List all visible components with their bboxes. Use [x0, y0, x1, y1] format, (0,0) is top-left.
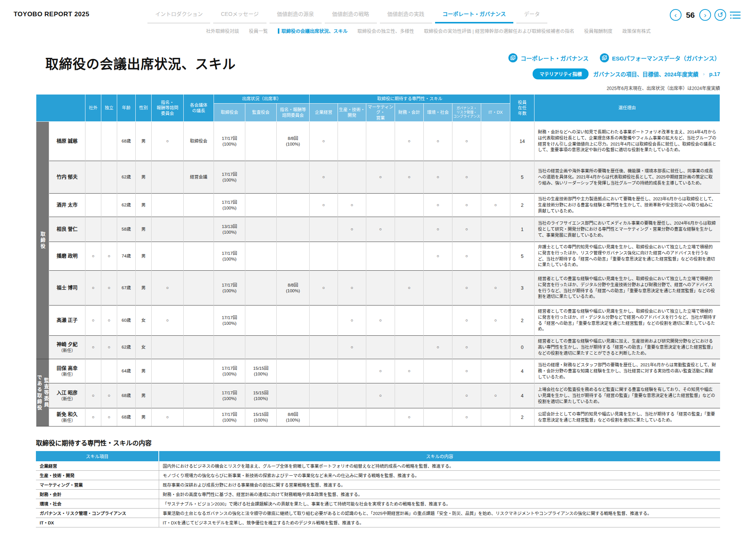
tab-1[interactable]: CEOメッセージ — [213, 8, 266, 23]
cell-attendance-board: 17/17回 (100%) — [214, 194, 245, 217]
cell-attendance-nomination — [277, 359, 310, 383]
subnav-item-5[interactable]: 役員報酬制度 — [584, 27, 612, 34]
cell-attendance-nomination: 8/8回 (100%) — [277, 122, 310, 161]
cell-skill-itdx — [481, 408, 510, 426]
group-label-1: 監査等委員 である取締役 — [36, 359, 49, 426]
cell-director-name: 田保 高幸（新任） — [49, 359, 85, 383]
link-esg-performance-data[interactable]: ESGパフォーマンスデータ（ガバナンス） — [600, 53, 720, 62]
cell-committee-member — [152, 194, 184, 217]
cell-attendance-audit — [245, 161, 277, 194]
director-name: 竹内 郁夫 — [57, 174, 78, 180]
cell-skill-production: ○ — [338, 336, 366, 359]
prev-page-button[interactable]: ‹ — [670, 9, 682, 21]
cell-selection-reason: 当社の経営企画や海外事業所の要職を歴任後、機能膜・環境本部長に就任し、同事業の成… — [534, 161, 720, 194]
skills-row: IT・DXIT・DXを通じてビジネスモデルを変革し、競争優位を確立するためのデジ… — [36, 518, 720, 527]
subnav-item-label: 社外取締役対談 — [206, 27, 239, 34]
cell-skill-governance: ○ — [452, 161, 481, 194]
cell-selection-reason: 経営者としての豊富な経験や幅広い見識に加え、生産技術および研究開発分野などにおけ… — [534, 336, 720, 359]
cell-skill-finance: ○ — [395, 271, 424, 305]
header-age: 年齢 — [117, 95, 136, 122]
cell-skill-finance — [395, 242, 424, 271]
cell-skill-governance: ○ — [452, 336, 481, 359]
pager: ‹ 56 › ↺ — [670, 8, 741, 21]
materiality-link[interactable]: ガバナンスの項目、目標値、2024年度実績 — [593, 70, 698, 78]
page-title: 取締役の会議出席状況、スキル — [45, 53, 236, 73]
skills-row: マーケティング・営業既存事業の深耕および成長分野における事業機会の創出に関する営… — [36, 480, 720, 490]
cell-skill-production — [338, 242, 366, 271]
subnav-item-2[interactable]: 取締役の会議出席状況、スキル — [278, 27, 348, 34]
director-name: 新免 和久 — [57, 411, 78, 417]
cell-independent: ○ — [101, 242, 117, 271]
subnav-item-6[interactable]: 政策保有株式 — [622, 27, 651, 34]
header-attendance-group: 出席状況（出席率） — [214, 95, 310, 104]
subnav-item-3[interactable]: 取締役会の独立性、多様性 — [358, 27, 414, 34]
cell-attendance-nomination — [277, 161, 310, 194]
cell-skill-marketing — [366, 271, 395, 305]
cell-attendance-audit — [245, 122, 277, 161]
cell-director-name: 髙瀨 正子 — [49, 305, 85, 336]
subnav-item-4[interactable]: 取締役会の実効性評価 | 経営陣幹部の選解任および取締役候補者の指名 — [424, 27, 575, 34]
link-label: コーポレート・ガバナンス — [521, 54, 589, 62]
skills-tbody: 企業経営国内外におけるビジネスの機会とリスクを踏まえ、グループ全体を俯瞰して事業… — [36, 461, 720, 527]
cell-skill-environment: ○ — [424, 194, 452, 217]
director-name: 田保 高幸 — [57, 365, 78, 371]
cell-years-in-office: 4 — [510, 383, 534, 408]
cell-attendance-board: 17/17回 (100%) — [214, 242, 245, 271]
director-name: 入江 昭彦 — [57, 390, 78, 395]
cell-selection-reason: 上場会社などの監査役を務めるなど監査に関する豊富な経験を有しており、その知見や幅… — [534, 383, 720, 408]
toc-list-icon[interactable] — [730, 11, 741, 20]
cell-selection-reason: 公認会計士としての専門的知見や幅広い見識を生かし、当社が期待する「経営の監査」「… — [534, 408, 720, 426]
cell-director-name: 楢原 誠慈 — [49, 122, 85, 161]
subnav-item-1[interactable]: 役員一覧 — [249, 27, 268, 34]
cell-skill-itdx — [481, 242, 510, 271]
director-name: 酒井 太市 — [57, 202, 78, 208]
materiality-badge: マテリアリティ指標 — [533, 68, 589, 79]
header-skill-itdx: IT・DX — [481, 104, 510, 122]
skills-header-item: スキル項目 — [36, 451, 159, 461]
cell-skill-environment: ○ — [424, 161, 452, 194]
cell-skill-itdx — [481, 122, 510, 161]
return-icon[interactable]: ↺ — [714, 9, 726, 21]
table-row: 福士 博司○○67歳男○17/17回 (100%)8/8回 (100%)○○○○… — [36, 271, 720, 305]
tab-0[interactable]: イントロダクション — [147, 8, 210, 23]
tab-6[interactable]: データ — [516, 8, 547, 23]
cell-chair — [184, 336, 214, 359]
director-name: 髙瀨 正子 — [57, 317, 78, 323]
next-page-button[interactable]: › — [699, 9, 711, 21]
link-label: ESGパフォーマンスデータ（ガバナンス） — [612, 54, 720, 62]
tab-2[interactable]: 価値創造の源泉 — [270, 8, 322, 23]
cell-independent — [101, 217, 117, 242]
tab-4[interactable]: 価値創造の実践 — [380, 8, 432, 23]
cell-skill-management — [310, 305, 338, 336]
cell-attendance-audit — [245, 305, 277, 336]
cell-independent — [101, 194, 117, 217]
cell-skill-finance: ○ — [395, 161, 424, 194]
materiality-page-ref[interactable]: p.17 — [709, 71, 720, 77]
external-links: コーポレート・ガバナンス ESGパフォーマンスデータ（ガバナンス） — [508, 53, 720, 62]
header-att-audit: 監査役会 — [245, 104, 277, 122]
cell-skill-governance: ○ — [452, 217, 481, 242]
cell-attendance-nomination — [277, 242, 310, 271]
tab-5[interactable]: コーポレート・ガバナンス — [435, 8, 514, 23]
cell-skill-management: ○ — [310, 194, 338, 217]
cell-skill-finance: ○ — [395, 359, 424, 383]
skill-item-label: 生産・技術・開発 — [36, 471, 159, 480]
cell-gender: 男 — [136, 383, 152, 408]
cell-outside: ○ — [85, 408, 101, 426]
header-chair: 各会議体 の議長 — [184, 95, 214, 122]
cell-gender: 男 — [136, 408, 152, 426]
director-name: 楢原 誠慈 — [57, 138, 78, 144]
cell-independent: ○ — [101, 336, 117, 359]
tab-3[interactable]: 価値創造の戦略 — [325, 8, 377, 23]
link-corporate-governance[interactable]: コーポレート・ガバナンス — [508, 53, 589, 62]
subnav-item-0[interactable]: 社外取締役対談 — [206, 27, 239, 34]
skill-item-description: 既存事業の深耕および成長分野における事業機会の創出に関する営業戦略を監督、推進す… — [159, 480, 720, 490]
cell-attendance-nomination — [277, 217, 310, 242]
cell-gender: 男 — [136, 217, 152, 242]
cell-skill-governance: ○ — [452, 194, 481, 217]
cell-chair — [184, 305, 214, 336]
cell-skill-management — [310, 336, 338, 359]
cell-years-in-office: 2 — [510, 305, 534, 336]
cell-gender: 男 — [136, 161, 152, 194]
cell-director-name: 神崎 夕紀（新任） — [49, 336, 85, 359]
